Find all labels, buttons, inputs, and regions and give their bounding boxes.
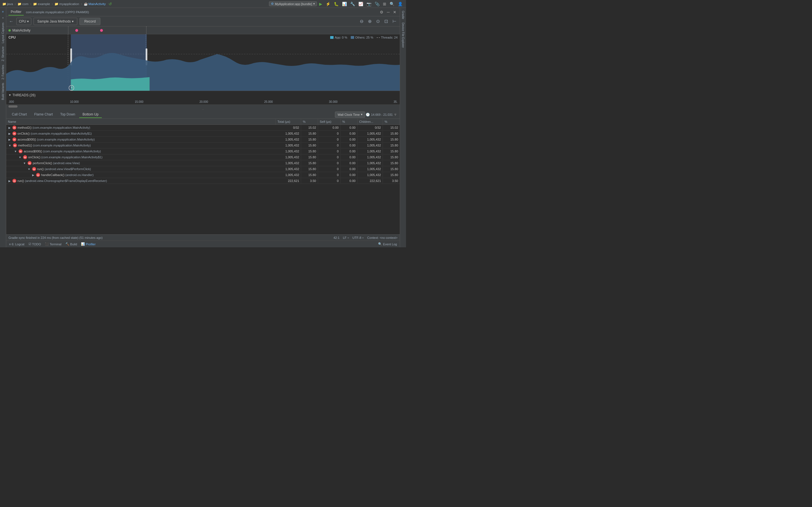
record-button[interactable]: Record	[80, 18, 100, 25]
taskbar-event-log[interactable]: 🔍 Event Log	[376, 242, 399, 246]
cursor-position: 42:1	[334, 236, 340, 239]
expand-button[interactable]: ▼	[27, 168, 31, 171]
resize-handle[interactable]: ⋯	[6, 108, 400, 110]
th-self[interactable]: Self (μs)	[318, 119, 341, 124]
th-children-pct[interactable]: %	[383, 119, 400, 124]
right-tab-gradle[interactable]: Gradle	[401, 9, 405, 21]
table-row: ▶ m method2() (com.example.myapplication…	[6, 125, 400, 131]
profile-button[interactable]: 📊	[341, 1, 348, 7]
sidebar-build-variants[interactable]: Build Variants	[1, 82, 5, 101]
expand-button[interactable]: ▶	[32, 173, 35, 177]
tab-call-chart[interactable]: Call Chart	[8, 111, 30, 118]
content-area: Profiler com.example.myapplication (OPPO…	[6, 8, 400, 247]
cpu-legend: App: 0 % Others: 25 % - - Threads: 24	[330, 36, 398, 40]
method-name: handleCallback() (android.os.Handler)	[41, 173, 94, 177]
expand-button[interactable]: ▼	[13, 150, 17, 153]
taskbar-terminal[interactable]: ⬛ Terminal	[43, 242, 63, 246]
sidebar-project-icon[interactable]: ≡	[1, 9, 6, 14]
settings-icon[interactable]: ⚙	[378, 9, 385, 15]
zoom-fit-button[interactable]: ⊡	[383, 18, 389, 24]
self-pct-cell: 0.00	[341, 172, 357, 177]
threads-toggle[interactable]: ▼	[8, 94, 11, 97]
bottom-tabs: Call Chart Flame Chart Top Down Bottom U…	[6, 110, 400, 119]
expand-button[interactable]: ▶	[8, 179, 11, 182]
zoom-out-button[interactable]: ⊖	[359, 18, 364, 24]
lightning-button[interactable]: ⚡	[324, 1, 332, 7]
minimize-icon[interactable]: ─	[386, 9, 391, 15]
zoom-end-button[interactable]: ⊢	[391, 18, 398, 24]
expand-button[interactable]: ▼	[8, 144, 12, 147]
method-cell: ▼ m performClick() (android.view.View)	[6, 160, 276, 166]
tab-bottom-up[interactable]: Bottom Up	[79, 111, 102, 118]
avatar-button[interactable]: 👤	[397, 1, 404, 7]
sidebar-add-icon[interactable]: +	[1, 15, 6, 20]
breadcrumb-java[interactable]: 📁 java	[2, 2, 13, 6]
left-sidebar: ≡ + Layout Captures Z: Structure 2: Favo…	[0, 8, 6, 247]
th-name[interactable]: Name	[6, 119, 276, 124]
total-pct-cell: 15.80	[301, 143, 318, 148]
layout-button[interactable]: ⊞	[382, 1, 388, 7]
th-self-pct[interactable]: %	[341, 119, 357, 124]
status-bar: Gradle sync finished in 224 ms (from cac…	[6, 234, 400, 240]
total-pct-cell: 15.80	[301, 131, 318, 136]
total-pct-cell: 15.80	[301, 172, 318, 177]
cpu-dropdown[interactable]: CPU ▾	[16, 18, 31, 25]
attach-button[interactable]: 📎	[373, 1, 380, 7]
taskbar-todo[interactable]: ☑ TODO	[27, 242, 43, 246]
svg-rect-4	[330, 36, 334, 39]
th-total[interactable]: Total (μs)	[276, 119, 301, 124]
breadcrumb-myapplication[interactable]: 📁 myapplication	[54, 2, 79, 6]
taskbar-build[interactable]: 🔨 Build	[64, 242, 79, 246]
tab-flame-chart[interactable]: Flame Chart	[31, 111, 56, 118]
method-name: run() (android.view.View$PerformClick)	[37, 167, 91, 171]
filter-icon[interactable]: ▿	[393, 112, 398, 117]
taskbar-profiler[interactable]: 📊 Profiler	[79, 242, 97, 246]
run-button[interactable]: ▶	[318, 1, 323, 7]
methods-dropdown[interactable]: Sample Java Methods ▾	[34, 18, 77, 25]
config-dropdown[interactable]: ⚙ MyApplication:app [bundle] ▾	[269, 1, 317, 6]
profiler-button[interactable]: 📈	[357, 1, 364, 7]
self-pct-cell: 0.00	[341, 178, 357, 183]
total-pct-cell: 15.80	[301, 155, 318, 160]
memory-button[interactable]: 🔧	[349, 1, 356, 7]
sidebar-structure[interactable]: Z: Structure	[1, 45, 5, 62]
right-tab-device-file[interactable]: Device File Explorer	[401, 21, 405, 49]
data-table: Name Total (μs) % Self (μs) % Children..…	[6, 119, 400, 234]
close-icon[interactable]: ✕	[392, 9, 398, 15]
total-cell: 1,005,432	[276, 143, 301, 148]
expand-button[interactable]: ▼	[22, 162, 27, 165]
expand-button[interactable]: ▶	[8, 132, 11, 135]
zoom-reset-button[interactable]: ⊙	[375, 18, 381, 24]
expand-button[interactable]: ▼	[18, 156, 22, 159]
th-children[interactable]: Children...	[357, 119, 383, 124]
time-range-dropdown[interactable]: Wall Clock Time ▾	[335, 112, 365, 118]
line-ending: LF ÷	[343, 236, 349, 239]
total-cell: 1,005,432	[276, 137, 301, 142]
undo-icon[interactable]: ↺	[109, 2, 112, 6]
breadcrumb-com[interactable]: 📁 com	[17, 2, 29, 6]
total-pct-cell: 15.80	[301, 149, 318, 154]
breadcrumb-mainactivity[interactable]: ☕ MainActivity	[84, 2, 106, 6]
session-dot	[8, 29, 11, 32]
back-button[interactable]: ←	[8, 18, 14, 24]
taskbar-logcat[interactable]: ≡ 6: Logcat	[7, 242, 26, 246]
screen-record-button[interactable]: 📷	[365, 1, 372, 7]
scroll-handle[interactable]	[8, 105, 17, 108]
breadcrumb-example[interactable]: 📁 example	[33, 2, 50, 6]
th-total-pct[interactable]: %	[301, 119, 318, 124]
search-button[interactable]: 🔍	[389, 1, 396, 7]
cpu-chart-header: CPU App: 0 % Others: 25 % - -	[8, 36, 398, 40]
debug-button[interactable]: 🐛	[333, 1, 340, 7]
tab-profiler[interactable]: Profiler	[8, 9, 24, 15]
method-icon: m	[23, 155, 27, 159]
sidebar-favorites[interactable]: 2: Favorites	[1, 64, 5, 80]
tab-top-down[interactable]: Top Down	[57, 111, 79, 118]
children-pct-cell: 15.80	[383, 149, 400, 154]
total-cell: 222,621	[276, 178, 301, 183]
threads-label: THREADS (26)	[12, 93, 36, 97]
cpu-chart-label: CPU	[8, 36, 15, 40]
sidebar-layout-captures[interactable]: Layout Captures	[1, 21, 5, 44]
expand-button[interactable]: ▶	[8, 138, 11, 141]
expand-button[interactable]: ▶	[8, 126, 11, 129]
zoom-in-button[interactable]: ⊕	[367, 18, 373, 24]
